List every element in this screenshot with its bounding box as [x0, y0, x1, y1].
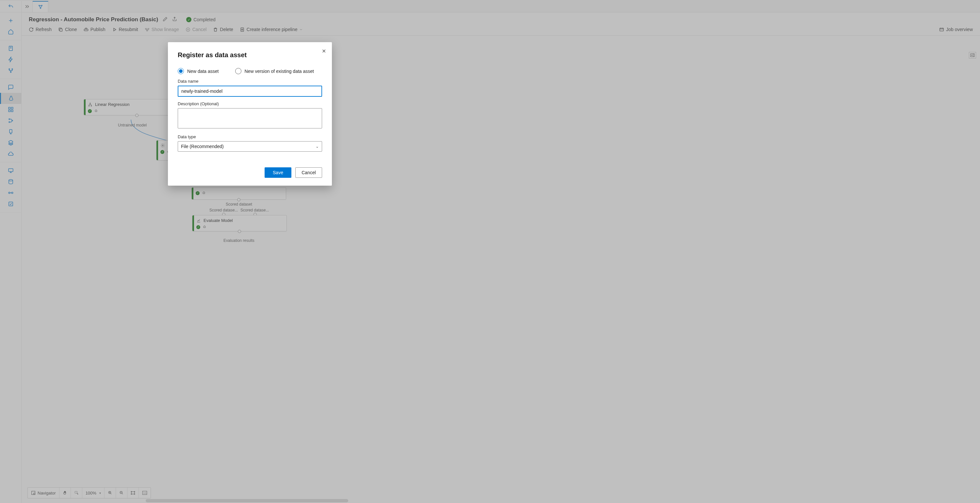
description-label: Description (Optional) — [178, 101, 322, 106]
data-name-label: Data name — [178, 79, 322, 84]
register-data-asset-modal: Register as data asset ✕ New data asset … — [168, 42, 332, 186]
data-name-input[interactable] — [178, 86, 322, 97]
data-type-label: Data type — [178, 134, 322, 139]
modal-cancel-button[interactable]: Cancel — [295, 167, 322, 178]
radio-new-data-asset[interactable]: New data asset — [178, 68, 219, 74]
radio-existing-version[interactable]: New version of existing data asset — [235, 68, 314, 74]
data-type-select[interactable]: File (Recommended) ⌄ — [178, 141, 322, 152]
chevron-down-icon: ⌄ — [315, 144, 319, 149]
modal-title: Register as data asset — [178, 51, 322, 59]
save-button[interactable]: Save — [265, 167, 291, 178]
description-input[interactable] — [178, 108, 322, 128]
modal-overlay[interactable] — [0, 0, 980, 503]
close-modal-button[interactable]: ✕ — [322, 48, 326, 54]
